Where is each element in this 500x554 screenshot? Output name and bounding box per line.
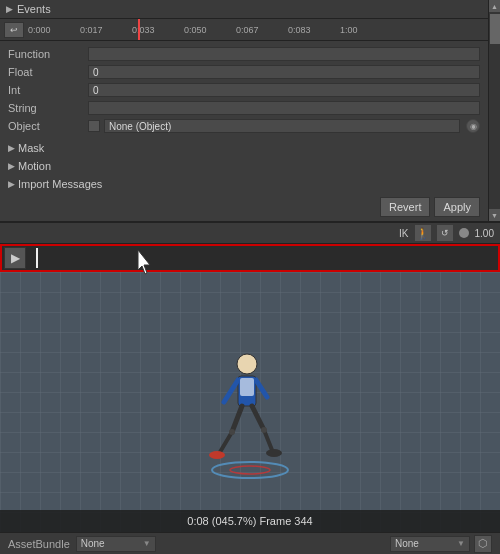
ruler-label-4: 0:067 xyxy=(236,25,259,35)
top-panel: ▶ Events ↩ 0:000 0:017 0:033 0:050 0:067… xyxy=(0,0,500,222)
svg-point-14 xyxy=(212,462,288,478)
svg-point-11 xyxy=(266,449,282,457)
function-row: Function xyxy=(0,45,488,63)
ruler-label-0: 0:000 xyxy=(28,25,51,35)
viewport-section: 0:08 (045.7%) Frame 344 xyxy=(0,272,500,532)
svg-point-13 xyxy=(261,427,267,433)
svg-line-4 xyxy=(256,380,267,397)
mask-arrow-icon: ▶ xyxy=(4,141,18,155)
ruler-label-1: 0:017 xyxy=(80,25,103,35)
motion-arrow-icon: ▶ xyxy=(4,159,18,173)
float-value[interactable]: 0 xyxy=(88,65,480,79)
object-value-container: None (Object) ◉ xyxy=(88,119,480,133)
ruler-marks: 0:000 0:017 0:033 0:050 0:067 0:083 1:00 xyxy=(28,19,484,40)
motion-foldout[interactable]: ▶ Motion xyxy=(0,157,488,175)
int-row: Int 0 xyxy=(0,81,488,99)
asset-icon-btn[interactable]: ⬡ xyxy=(474,535,492,553)
ruler-label-2: 0:033 xyxy=(132,25,155,35)
string-row: String xyxy=(0,99,488,117)
import-messages-foldout[interactable]: ▶ Import Messages xyxy=(0,175,488,193)
viewport-status-bar: 0:08 (045.7%) Frame 344 xyxy=(0,510,500,532)
int-value[interactable]: 0 xyxy=(88,83,480,97)
ik-label: IK xyxy=(399,228,408,239)
panel-content: ▶ Events ↩ 0:000 0:017 0:033 0:050 0:067… xyxy=(0,0,488,221)
figure-icon-btn[interactable]: 🚶 xyxy=(415,225,431,241)
float-row: Float 0 xyxy=(0,63,488,81)
panel-with-scroll: ▶ Events ↩ 0:000 0:017 0:033 0:050 0:067… xyxy=(0,0,500,221)
timeline-red-marker xyxy=(138,19,140,40)
events-header: ▶ Events xyxy=(0,0,488,19)
rotate-icon-btn[interactable]: ↺ xyxy=(437,225,453,241)
motion-label: Motion xyxy=(18,160,51,172)
circle-indicator xyxy=(459,228,469,238)
int-label: Int xyxy=(8,84,88,96)
timeline-ruler: ↩ 0:000 0:017 0:033 0:050 0:067 0:083 1:… xyxy=(0,19,488,41)
scroll-up-arrow[interactable]: ▲ xyxy=(489,0,501,12)
main-window: ▶ Events ↩ 0:000 0:017 0:033 0:050 0:067… xyxy=(0,0,500,554)
asset-bundle-dropdown2[interactable]: None ▼ xyxy=(390,536,470,552)
mask-label: Mask xyxy=(18,142,44,154)
dropdown1-arrow-icon: ▼ xyxy=(143,539,151,548)
svg-marker-0 xyxy=(138,250,150,274)
svg-line-9 xyxy=(264,430,272,450)
string-value[interactable] xyxy=(88,101,480,115)
character-figure xyxy=(202,352,282,472)
object-picker-btn[interactable]: ◉ xyxy=(466,119,480,133)
asset-bar: AssetBundle None ▼ None ▼ ⬡ xyxy=(0,532,500,554)
svg-line-7 xyxy=(220,432,232,452)
function-label: Function xyxy=(8,48,88,60)
string-label: String xyxy=(8,102,88,114)
revert-button[interactable]: Revert xyxy=(380,197,430,217)
object-none-input[interactable]: None (Object) xyxy=(104,119,460,133)
scrollbar: ▲ ▼ xyxy=(488,0,500,221)
home-icon: ↩ xyxy=(10,25,18,35)
svg-line-8 xyxy=(252,406,264,430)
3d-viewport[interactable]: 0:08 (045.7%) Frame 344 xyxy=(0,272,500,532)
object-row: Object None (Object) ◉ xyxy=(0,117,488,135)
track-line xyxy=(36,248,38,268)
svg-point-10 xyxy=(209,451,225,459)
anim-controls-bar: IK 🚶 ↺ 1.00 xyxy=(0,222,500,244)
arrow-icon: ▶ xyxy=(6,4,13,14)
dropdown2-value: None xyxy=(395,538,419,549)
asset-right-section: None ▼ ⬡ xyxy=(390,535,492,553)
import-messages-label: Import Messages xyxy=(18,178,102,190)
asset-bundle-label: AssetBundle xyxy=(8,538,70,550)
svg-point-15 xyxy=(230,466,270,474)
svg-line-3 xyxy=(224,380,238,402)
object-label: Object xyxy=(8,120,88,132)
object-checkbox[interactable] xyxy=(88,120,100,132)
timeline-track: ▶ xyxy=(0,244,500,272)
function-value[interactable] xyxy=(88,47,480,61)
track-area[interactable] xyxy=(26,246,496,270)
play-button[interactable]: ▶ xyxy=(4,247,26,269)
events-title: Events xyxy=(17,3,51,15)
svg-rect-5 xyxy=(240,378,254,396)
play-icon: ▶ xyxy=(11,251,20,265)
asset-bundle-dropdown1[interactable]: None ▼ xyxy=(76,536,156,552)
timeline-home-btn[interactable]: ↩ xyxy=(4,22,24,38)
apply-button[interactable]: Apply xyxy=(434,197,480,217)
svg-point-1 xyxy=(237,354,257,374)
import-arrow-icon: ▶ xyxy=(4,177,18,191)
scroll-down-arrow[interactable]: ▼ xyxy=(489,209,501,221)
svg-point-12 xyxy=(229,429,235,435)
float-label: Float xyxy=(8,66,88,78)
scroll-thumb[interactable] xyxy=(490,14,500,44)
properties-area: Function Float 0 Int 0 String xyxy=(0,41,488,139)
ruler-label-6: 1:00 xyxy=(340,25,358,35)
buttons-row: Revert Apply xyxy=(0,193,488,221)
frame-status-text: 0:08 (045.7%) Frame 344 xyxy=(187,515,312,527)
svg-line-6 xyxy=(232,406,242,432)
anim-value: 1.00 xyxy=(475,228,494,239)
mask-foldout[interactable]: ▶ Mask xyxy=(0,139,488,157)
dropdown1-value: None xyxy=(81,538,105,549)
ruler-label-3: 0:050 xyxy=(184,25,207,35)
ruler-label-5: 0:083 xyxy=(288,25,311,35)
ground-circle xyxy=(210,460,290,482)
dropdown2-arrow-icon: ▼ xyxy=(457,539,465,548)
